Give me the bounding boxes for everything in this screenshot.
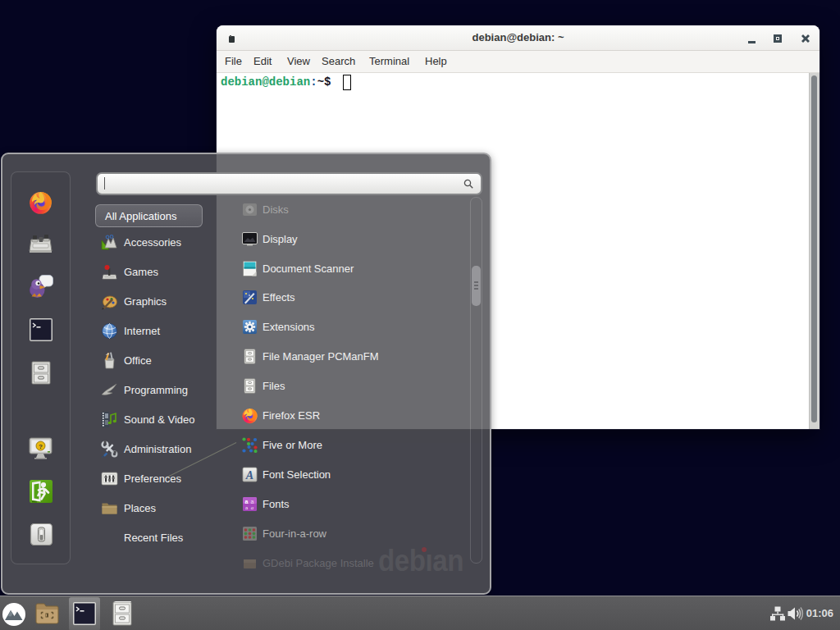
svg-text:a: a bbox=[251, 504, 254, 511]
svg-text:A: A bbox=[245, 469, 253, 482]
svg-text:a: a bbox=[251, 499, 254, 504]
svg-text:a: a bbox=[245, 499, 249, 504]
